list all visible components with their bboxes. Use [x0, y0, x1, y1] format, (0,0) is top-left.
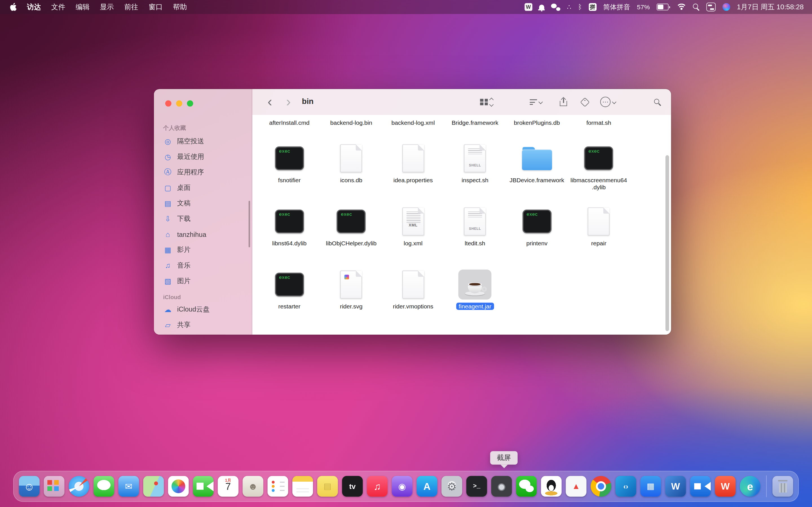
dock-app-appletv[interactable]: tv: [342, 476, 363, 497]
input-method-icon[interactable]: 拼: [589, 3, 597, 11]
file-item-jbdevice-framework[interactable]: JBDevice.framework: [506, 144, 567, 191]
file-item-libobjchelper-dylib[interactable]: execlibObjCHelper.dylib: [320, 207, 382, 247]
dock-app-qq[interactable]: [541, 476, 561, 497]
share-button[interactable]: [560, 96, 567, 108]
dock-app-mail[interactable]: ✉: [118, 476, 139, 497]
sidebar-item-music[interactable]: ♫音乐: [159, 258, 248, 273]
dock-app-meeting[interactable]: [690, 476, 711, 497]
file-item-libnst64-dylib[interactable]: execlibnst64.dylib: [259, 207, 320, 247]
dock-app-podcasts[interactable]: ◉: [392, 476, 412, 497]
file-item-rider-svg[interactable]: rider.svg: [320, 270, 382, 310]
dock-app-finder[interactable]: ☺: [19, 476, 40, 497]
sidebar-item-downloads[interactable]: ⇩下载: [159, 211, 248, 226]
wps-status-icon[interactable]: W: [524, 3, 532, 11]
view-options-button[interactable]: [480, 96, 493, 108]
siri-icon[interactable]: [722, 3, 730, 11]
file-label: ltedit.sh: [465, 239, 485, 247]
sidebar-item-pictures[interactable]: ▧图片: [159, 273, 248, 289]
sidebar-item-recents[interactable]: ◷最近使用: [159, 149, 248, 165]
sidebar-scrollbar[interactable]: [249, 201, 250, 247]
dock-app-docker[interactable]: ▦: [640, 476, 661, 497]
file-item-brokenplugins-db[interactable]: brokenPlugins.db: [506, 116, 567, 126]
menu-item-0[interactable]: 文件: [51, 2, 65, 11]
dock-app-edge[interactable]: e: [740, 476, 760, 497]
dock-app-wechat[interactable]: [516, 476, 537, 497]
dock-app-trash[interactable]: [772, 476, 793, 497]
file-item-idea-properties[interactable]: idea.properties: [382, 144, 444, 191]
minimize-button[interactable]: [176, 100, 182, 107]
dock-app-contacts[interactable]: ☻: [243, 476, 263, 497]
dock-app-system-preferences[interactable]: ⚙: [442, 476, 462, 497]
menu-bar-clock[interactable]: 1月7日 周五 10:58:28: [737, 2, 804, 11]
dock-app-appstore[interactable]: A: [417, 476, 437, 497]
close-button[interactable]: [165, 100, 171, 107]
more-options-button[interactable]: ⋯: [600, 96, 616, 108]
dock-app-stickies[interactable]: ▤: [317, 476, 338, 497]
file-item-bridge-framework[interactable]: Bridge.framework: [444, 116, 506, 126]
file-item-fineagent-jar[interactable]: fineagent.jar: [444, 270, 506, 310]
dock-app-music[interactable]: ♫: [367, 476, 388, 497]
dock-app-safari[interactable]: [68, 476, 89, 497]
sidebar-item-airdrop[interactable]: ◎隔空投送: [159, 133, 248, 149]
dock-app-vscode[interactable]: ‹›: [615, 476, 636, 497]
dock-app-word[interactable]: W: [665, 476, 686, 497]
sidebar-item-applications[interactable]: Ⓐ应用程序: [159, 165, 248, 180]
input-method-name[interactable]: 简体拼音: [603, 2, 630, 11]
menu-item-2[interactable]: 显示: [100, 2, 114, 11]
file-item-log-xml[interactable]: XMLlog.xml: [382, 207, 444, 247]
notification-bell-icon[interactable]: [539, 4, 544, 10]
spotlight-icon[interactable]: [693, 4, 700, 10]
file-item-afterinstall-cmd[interactable]: afterInstall.cmd: [259, 116, 320, 126]
file-item-fsnotifier[interactable]: execfsnotifier: [259, 144, 320, 191]
file-item-restarter[interactable]: execrestarter: [259, 270, 320, 310]
dock-app-photos[interactable]: [168, 476, 189, 497]
file-item-printenv[interactable]: execprintenv: [506, 207, 567, 247]
back-button[interactable]: ‹: [264, 92, 276, 111]
battery-icon[interactable]: [657, 4, 670, 10]
sidebar-item-home[interactable]: ⌂tanzhihua: [159, 226, 248, 242]
wifi-icon[interactable]: [677, 4, 686, 10]
file-item-format-sh[interactable]: format.sh: [568, 116, 629, 126]
dock-app-reminders[interactable]: [267, 476, 288, 497]
sidebar-item-movies[interactable]: ▦影片: [159, 242, 248, 258]
control-center-icon[interactable]: [706, 3, 716, 11]
forward-button[interactable]: ›: [282, 92, 295, 111]
menu-item-1[interactable]: 编辑: [75, 2, 90, 11]
search-button[interactable]: [654, 96, 661, 108]
wechat-status-icon[interactable]: [551, 3, 560, 11]
dock-app-maps[interactable]: [143, 476, 164, 497]
file-item-rider-vmoptions[interactable]: rider.vmoptions: [382, 270, 444, 310]
dots-status-icon[interactable]: ∴: [567, 3, 571, 11]
dock-app-calendar[interactable]: 1月7: [218, 476, 238, 497]
dock-app-terminal[interactable]: >_: [466, 476, 487, 497]
file-item-inspect-sh[interactable]: SHELLinspect.sh: [444, 144, 506, 191]
file-item-backend-log-bin[interactable]: backend-log.bin: [320, 116, 382, 126]
sidebar-item-icloud-drive[interactable]: ☁iCloud云盘: [159, 302, 248, 317]
sidebar-item-documents[interactable]: ▤文稿: [159, 195, 248, 211]
menu-item-4[interactable]: 窗口: [149, 2, 163, 11]
dock-app-messages[interactable]: [94, 476, 114, 497]
file-item-icons-db[interactable]: icons.db: [320, 144, 382, 191]
file-item-libmacscreenmenu64-dylib[interactable]: execlibmacscreenmenu64.dylib: [568, 144, 629, 191]
file-item-ltedit-sh[interactable]: SHELLltedit.sh: [444, 207, 506, 247]
menu-item-3[interactable]: 前往: [124, 2, 139, 11]
dock-app-chrome[interactable]: [591, 476, 611, 497]
file-item-repair[interactable]: repair: [568, 207, 629, 247]
file-item-backend-log-xml[interactable]: backend-log.xml: [382, 116, 444, 126]
bluetooth-icon[interactable]: ᛒ: [578, 3, 582, 11]
group-by-button[interactable]: [530, 96, 542, 108]
zoom-button[interactable]: [187, 100, 193, 107]
apple-menu-icon[interactable]: [9, 3, 17, 11]
content-scrollbar[interactable]: [665, 155, 669, 331]
tag-button[interactable]: [581, 96, 589, 108]
app-menu-finder[interactable]: 访达: [27, 2, 41, 11]
dock-app-notes[interactable]: [292, 476, 313, 497]
dock-app-wps[interactable]: W: [715, 476, 735, 497]
sidebar-item-desktop[interactable]: ▢桌面: [159, 180, 248, 195]
dock-app-facetime[interactable]: [193, 476, 213, 497]
sidebar-item-shared[interactable]: ▱共享: [159, 317, 248, 333]
menu-item-5[interactable]: 帮助: [173, 2, 187, 11]
dock-app-rocket-app[interactable]: ▲: [566, 476, 587, 497]
dock-app-screenshot[interactable]: [491, 476, 512, 497]
dock-app-launchpad[interactable]: [44, 476, 64, 497]
